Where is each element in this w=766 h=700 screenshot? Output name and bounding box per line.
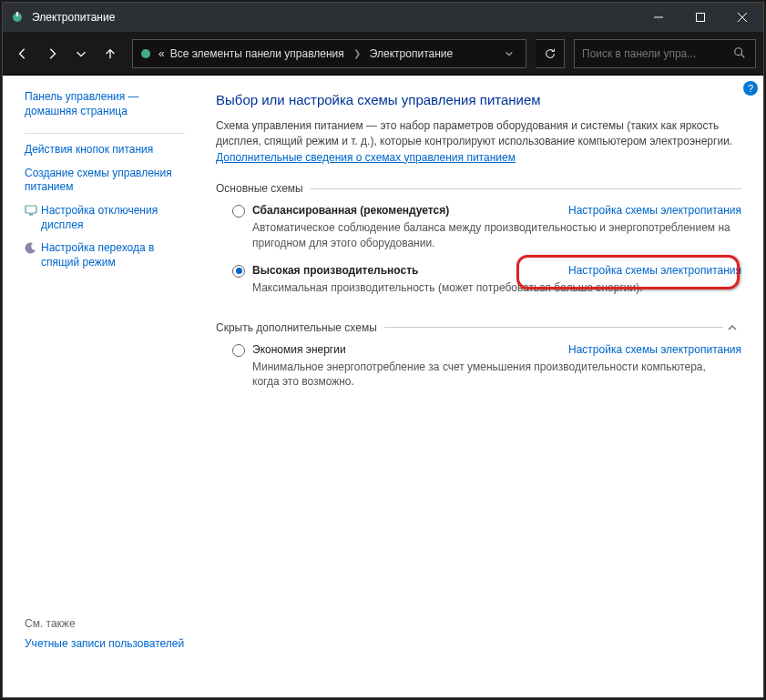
- up-button[interactable]: [97, 41, 123, 66]
- sidebar-item-sleep[interactable]: Настройка перехода в спящий режим: [25, 241, 185, 269]
- svg-rect-10: [29, 214, 33, 216]
- radio-balanced[interactable]: [232, 205, 245, 218]
- chevron-up-icon[interactable]: [723, 322, 741, 333]
- toolbar: « Все элементы панели управления ❯ Элект…: [3, 32, 763, 76]
- sidebar-item-create-plan[interactable]: Создание схемы управления питанием: [25, 167, 185, 195]
- sidebar-item-display-off[interactable]: Настройка отключения дисплея: [25, 204, 185, 232]
- breadcrumb-leaf[interactable]: Электропитание: [370, 47, 453, 60]
- sidebar-see-also-accounts[interactable]: Учетные записи пользователей: [25, 637, 185, 652]
- svg-rect-3: [697, 14, 705, 22]
- content-area: Панель управления — домашняя страница Де…: [3, 76, 763, 697]
- window-title: Электропитание: [32, 11, 638, 24]
- breadcrumb-prefix: «: [158, 47, 165, 60]
- minimize-button[interactable]: [638, 3, 679, 32]
- plan-name[interactable]: Сбалансированная (рекомендуется): [252, 204, 449, 217]
- recent-dropdown[interactable]: [68, 41, 94, 66]
- window-controls: [638, 3, 763, 32]
- search-input[interactable]: [582, 47, 733, 60]
- page-title: Выбор или настройка схемы управления пит…: [216, 92, 741, 107]
- app-icon: [10, 10, 25, 25]
- plan-settings-link-balanced[interactable]: Настройка схемы электропитания: [568, 204, 741, 217]
- plan-settings-link-power-saver[interactable]: Настройка схемы электропитания: [568, 343, 741, 356]
- close-button[interactable]: [721, 3, 763, 32]
- svg-point-6: [141, 49, 150, 58]
- chevron-right-icon: ❯: [353, 48, 361, 58]
- plan-balanced: Сбалансированная (рекомендуется) Настрой…: [216, 200, 741, 260]
- titlebar: Электропитание: [3, 3, 763, 32]
- learn-more-link[interactable]: Дополнительные сведения о схемах управле…: [216, 151, 516, 164]
- forward-button[interactable]: [39, 41, 65, 66]
- divider: [25, 133, 185, 134]
- display-icon: [25, 204, 37, 217]
- svg-rect-1: [16, 12, 18, 16]
- see-also-label: См. также: [25, 617, 185, 630]
- breadcrumb-root[interactable]: Все элементы панели управления: [170, 47, 344, 60]
- sidebar: Панель управления — домашняя страница Де…: [3, 76, 194, 697]
- sidebar-home[interactable]: Панель управления — домашняя страница: [25, 90, 185, 118]
- radio-high-performance[interactable]: [232, 265, 245, 278]
- address-bar[interactable]: « Все элементы панели управления ❯ Элект…: [132, 39, 526, 68]
- plan-name[interactable]: Высокая производительность: [252, 264, 418, 277]
- plan-name[interactable]: Экономия энергии: [252, 343, 346, 356]
- svg-line-8: [741, 54, 745, 57]
- svg-point-7: [735, 47, 742, 55]
- maximize-button[interactable]: [679, 3, 721, 32]
- section-additional-plans[interactable]: Скрыть дополнительные схемы: [216, 321, 741, 334]
- radio-power-saver[interactable]: [232, 344, 245, 357]
- sidebar-item-button-actions[interactable]: Действия кнопок питания: [25, 143, 185, 157]
- back-button[interactable]: [10, 41, 36, 66]
- plan-desc: Автоматическое соблюдение баланса между …: [252, 220, 741, 251]
- moon-icon: [25, 241, 37, 254]
- plan-power-saver: Экономия энергии Настройка схемы электро…: [216, 340, 741, 400]
- address-dropdown[interactable]: [498, 49, 520, 58]
- annotation-highlight: [516, 255, 740, 289]
- section-basic-plans: Основные схемы: [216, 182, 741, 195]
- refresh-button[interactable]: [536, 39, 565, 68]
- page-description: Схема управления питанием — это набор па…: [216, 118, 741, 166]
- plan-desc: Минимальное энергопотребление за счет ум…: [252, 360, 741, 391]
- window: Электропитание « Все элементы панели упр…: [2, 2, 764, 698]
- search-icon: [733, 46, 748, 61]
- main-panel: ? Выбор или настройка схемы управления п…: [194, 76, 763, 697]
- search-box[interactable]: [574, 39, 756, 68]
- svg-rect-9: [26, 206, 36, 213]
- help-icon[interactable]: ?: [743, 81, 758, 96]
- address-icon: [138, 46, 153, 61]
- plan-high-performance: Высокая производительность Настройка схе…: [216, 260, 741, 305]
